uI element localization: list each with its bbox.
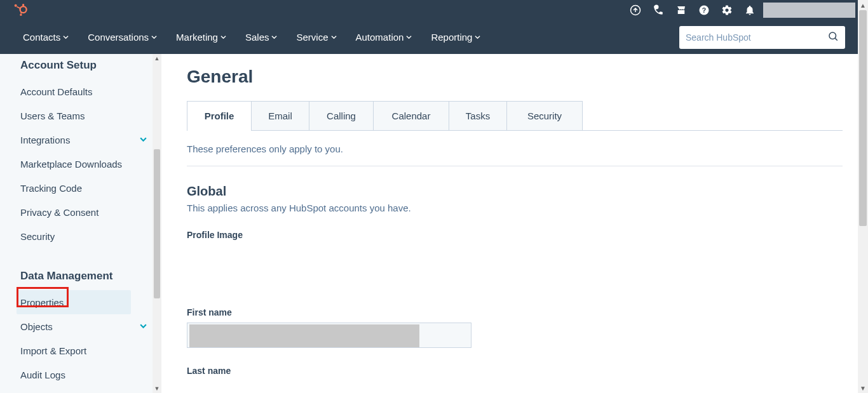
svg-line-5	[17, 7, 21, 9]
last-name-label: Last name	[187, 366, 843, 376]
tab-email[interactable]: Email	[251, 101, 309, 130]
notifications-icon[interactable]	[744, 4, 756, 16]
scrollbar-thumb[interactable]	[154, 149, 160, 298]
search-box[interactable]	[679, 26, 845, 49]
search-icon	[827, 30, 839, 44]
svg-point-1	[22, 4, 24, 6]
tab-tasks[interactable]: Tasks	[449, 101, 507, 130]
nav-conversations[interactable]: Conversations	[88, 32, 157, 43]
nav-label: Automation	[356, 32, 404, 43]
tab-label: Tasks	[466, 110, 490, 121]
tab-calling[interactable]: Calling	[309, 101, 374, 130]
calling-icon[interactable]	[653, 4, 664, 16]
sidebar-item-label: Account Defaults	[20, 86, 92, 97]
svg-text:?: ?	[702, 6, 706, 14]
section-title-global: Global	[187, 184, 843, 199]
sidebar-item-label: Users & Teams	[20, 110, 85, 121]
sidebar-item-label: Audit Logs	[20, 370, 65, 380]
chevron-down-icon	[139, 321, 147, 332]
sidebar-item-privacy-consent[interactable]: Privacy & Consent	[20, 200, 153, 224]
chevron-down-icon	[151, 34, 157, 40]
sidebar-item-label: Marketplace Downloads	[20, 159, 122, 170]
preferences-note: These preferences only apply to you.	[187, 143, 843, 154]
scroll-up-icon[interactable]: ▲	[153, 54, 161, 63]
tab-profile[interactable]: Profile	[187, 101, 252, 130]
tab-bar: Profile Email Calling Calendar Tasks Sec…	[187, 101, 843, 131]
sidebar-heading-account: Account Setup	[20, 59, 153, 72]
page-title: General	[187, 67, 843, 87]
nav-reporting[interactable]: Reporting	[431, 32, 480, 43]
svg-point-8	[654, 5, 659, 10]
tab-calendar[interactable]: Calendar	[373, 101, 449, 130]
chevron-down-icon	[271, 34, 277, 40]
svg-line-12	[835, 38, 837, 40]
sidebar-item-properties[interactable]: Properties	[17, 290, 131, 314]
sidebar-item-label: Import & Export	[20, 345, 86, 356]
tab-label: Email	[268, 110, 292, 121]
nav-label: Sales	[245, 32, 269, 43]
sidebar-item-tracking-code[interactable]: Tracking Code	[20, 176, 153, 200]
marketplace-icon[interactable]	[675, 4, 687, 16]
sidebar-item-label: Properties	[20, 297, 64, 308]
sidebar-item-security[interactable]: Security	[20, 224, 153, 248]
sidebar-item-account-defaults[interactable]: Account Defaults	[20, 79, 153, 103]
topbar: ?	[0, 0, 868, 20]
scroll-up-icon[interactable]: ▲	[858, 0, 868, 10]
nav-label: Conversations	[88, 32, 149, 43]
sidebar-item-audit-logs[interactable]: Audit Logs	[20, 363, 153, 387]
scroll-down-icon[interactable]: ▼	[153, 384, 161, 393]
chevron-down-icon	[475, 34, 480, 40]
nav-service[interactable]: Service	[296, 32, 336, 43]
help-icon[interactable]: ?	[698, 4, 710, 16]
sidebar-item-import-export[interactable]: Import & Export	[20, 338, 153, 363]
nav-label: Service	[296, 32, 328, 43]
nav-marketing[interactable]: Marketing	[176, 32, 226, 43]
nav-automation[interactable]: Automation	[356, 32, 412, 43]
svg-point-2	[15, 4, 17, 7]
chevron-down-icon	[220, 34, 226, 40]
chevron-down-icon	[406, 34, 412, 40]
sidebar-heading-data: Data Management	[20, 270, 153, 283]
svg-line-6	[21, 12, 22, 14]
nav-label: Reporting	[431, 32, 472, 43]
section-desc-global: This applies across any HubSpot accounts…	[187, 203, 843, 213]
search-input[interactable]	[686, 32, 827, 43]
first-name-input[interactable]	[187, 323, 471, 348]
sidebar-item-marketplace-downloads[interactable]: Marketplace Downloads	[20, 152, 153, 176]
chevron-down-icon	[331, 34, 337, 40]
divider	[187, 166, 843, 166]
sidebar-item-objects[interactable]: Objects	[20, 314, 153, 338]
nav-sales[interactable]: Sales	[245, 32, 278, 43]
profile-image-placeholder[interactable]	[187, 245, 843, 307]
sidebar-scrollbar[interactable]: ▲ ▼	[153, 54, 161, 393]
account-menu[interactable]	[763, 3, 855, 18]
first-name-label: First name	[187, 307, 843, 317]
scroll-down-icon[interactable]: ▼	[858, 383, 868, 393]
profile-image-label: Profile Image	[187, 230, 843, 240]
sidebar-item-users-teams[interactable]: Users & Teams	[20, 103, 153, 128]
page-scrollbar[interactable]: ▲ ▼	[858, 0, 868, 393]
sidebar-item-label: Security	[20, 231, 55, 242]
nav-contacts[interactable]: Contacts	[23, 32, 69, 43]
sidebar-item-label: Tracking Code	[20, 183, 82, 194]
scrollbar-thumb[interactable]	[859, 10, 867, 226]
tab-label: Security	[527, 110, 562, 121]
sidebar-item-label: Integrations	[20, 135, 70, 145]
tab-label: Calendar	[392, 110, 431, 121]
settings-sidebar: Account Setup Account Defaults Users & T…	[0, 54, 161, 393]
nav-label: Marketing	[176, 32, 218, 43]
redacted-value	[189, 324, 419, 347]
hubspot-logo[interactable]	[13, 3, 28, 18]
sidebar-item-label: Objects	[20, 321, 53, 332]
upgrade-icon[interactable]	[630, 4, 641, 16]
tab-security[interactable]: Security	[506, 101, 583, 130]
main-nav: Contacts Conversations Marketing Sales S…	[0, 20, 868, 54]
settings-icon[interactable]	[721, 4, 733, 16]
sidebar-item-integrations[interactable]: Integrations	[20, 128, 153, 152]
main-content: General Profile Email Calling Calendar T…	[161, 54, 868, 393]
svg-point-11	[829, 32, 836, 39]
chevron-down-icon	[63, 34, 69, 40]
chevron-down-icon	[139, 135, 147, 145]
tab-label: Calling	[327, 110, 356, 121]
sidebar-item-label: Privacy & Consent	[20, 207, 98, 218]
